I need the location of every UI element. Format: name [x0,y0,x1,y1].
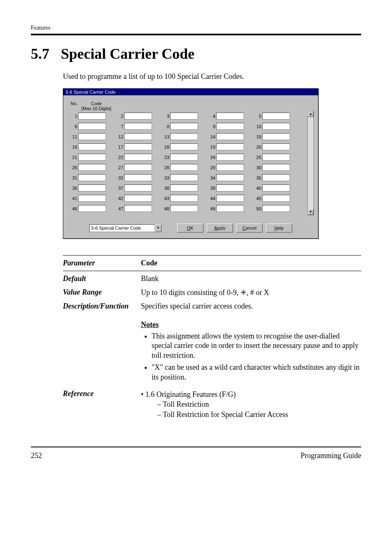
code-input[interactable] [78,133,106,140]
cell-number-label: 19 [208,145,216,150]
cell-number-label: 20 [254,145,262,150]
code-input[interactable] [170,164,198,171]
code-input[interactable] [170,174,198,181]
code-input[interactable] [216,143,244,150]
code-input[interactable] [78,143,106,150]
code-input[interactable] [78,195,106,202]
grid-cell: 16 [70,143,106,150]
code-input[interactable] [170,143,198,150]
grid-row: 1112131415 [70,132,304,143]
cell-number-label: 23 [162,155,170,160]
notes-heading: Notes [141,320,361,329]
grid-cell: 30 [254,164,290,171]
chevron-down-icon[interactable]: ▼ [155,224,161,232]
code-input[interactable] [124,133,152,140]
cancel-button[interactable]: Cancel [236,223,263,233]
code-input[interactable] [124,154,152,161]
page-footer: 252 Programming Guide [31,451,361,477]
code-input[interactable] [262,154,290,161]
code-input[interactable] [78,154,106,161]
grid-cell: 14 [208,133,244,140]
code-input[interactable] [262,184,290,191]
grid-cell: 19 [208,143,244,150]
code-input[interactable] [170,154,198,161]
code-input[interactable] [78,174,106,181]
nav-combo-value: 5-6 Special Carrier Code [89,224,155,232]
code-input[interactable] [216,195,244,202]
code-input[interactable] [170,133,198,140]
code-input[interactable] [262,113,290,120]
cell-number-label: 25 [254,155,262,160]
code-input[interactable] [170,184,198,191]
scroll-down-button[interactable]: ▼ [308,209,314,215]
grid-cell: 38 [162,184,198,191]
scroll-up-button[interactable]: ▲ [308,111,314,117]
code-input[interactable] [262,123,290,130]
label-notes-empty [63,317,141,385]
grid-cell: 15 [254,133,290,140]
apply-button[interactable]: Apply [207,223,233,233]
code-input[interactable] [216,113,244,120]
code-input[interactable] [124,164,152,171]
code-input[interactable] [216,184,244,191]
grid-cell: 22 [116,154,152,161]
notes-list: This assignment allows the system to rec… [141,332,361,382]
code-input[interactable] [216,154,244,161]
code-input[interactable] [124,205,152,212]
grid-cell: 7 [116,123,152,130]
code-input[interactable] [78,113,106,120]
code-input[interactable] [78,164,106,171]
code-input[interactable] [78,205,106,212]
code-input[interactable] [170,113,198,120]
code-input[interactable] [78,123,106,130]
code-input[interactable] [262,205,290,212]
ok-button[interactable]: OK [177,223,203,233]
cell-number-label: 6 [70,124,78,129]
code-input[interactable] [216,164,244,171]
param-row-reference: Reference • 1.6 Originating Features (F/… [63,387,361,422]
notes-block: Notes This assignment allows the system … [141,317,361,385]
cell-number-label: 27 [116,165,124,170]
cell-number-label: 30 [254,165,262,170]
label-default: Default [63,274,141,283]
grid-cell: 34 [208,174,244,181]
code-input[interactable] [124,143,152,150]
grid-row: 4142434445 [70,194,304,204]
code-input[interactable] [216,133,244,140]
cell-number-label: 16 [70,145,78,150]
code-input[interactable] [262,143,290,150]
cell-number-label: 3 [162,114,170,119]
code-input[interactable] [124,174,152,181]
code-input[interactable] [216,174,244,181]
cell-number-label: 39 [208,186,216,191]
note-item-2: "X" can be used as a wild card character… [152,363,361,382]
code-input[interactable] [170,205,198,212]
grid-row: 1617181920 [70,143,304,153]
code-input[interactable] [124,184,152,191]
label-desc-fn: Description/Function [63,302,141,311]
nav-combo[interactable]: 5-6 Special Carrier Code ▼ [89,223,161,233]
code-input[interactable] [216,205,244,212]
code-input[interactable] [262,133,290,140]
code-input[interactable] [262,174,290,181]
param-block: Parameter Code Default Blank Value Range… [63,255,361,422]
code-input[interactable] [262,164,290,171]
code-input[interactable] [170,123,198,130]
grid-cell: 18 [162,143,198,150]
scrollbar[interactable]: ▲ ▼ [307,111,314,215]
cell-number-label: 4 [208,114,216,119]
grid-row: 678910 [70,122,304,132]
code-input[interactable] [216,123,244,130]
cell-number-label: 26 [70,165,78,170]
help-button[interactable]: Help [266,223,292,233]
code-input[interactable] [78,184,106,191]
code-input[interactable] [124,123,152,130]
code-input[interactable] [124,113,152,120]
param-row-notes: Notes This assignment allows the system … [63,313,361,387]
code-input[interactable] [124,195,152,202]
page: Features 5.7Special Carrier Code Used to… [0,0,392,489]
col-header-code: Code [Max.10 Digits] [81,101,111,111]
code-input[interactable] [170,195,198,202]
grid-cell: 6 [70,123,106,130]
code-input[interactable] [262,195,290,202]
